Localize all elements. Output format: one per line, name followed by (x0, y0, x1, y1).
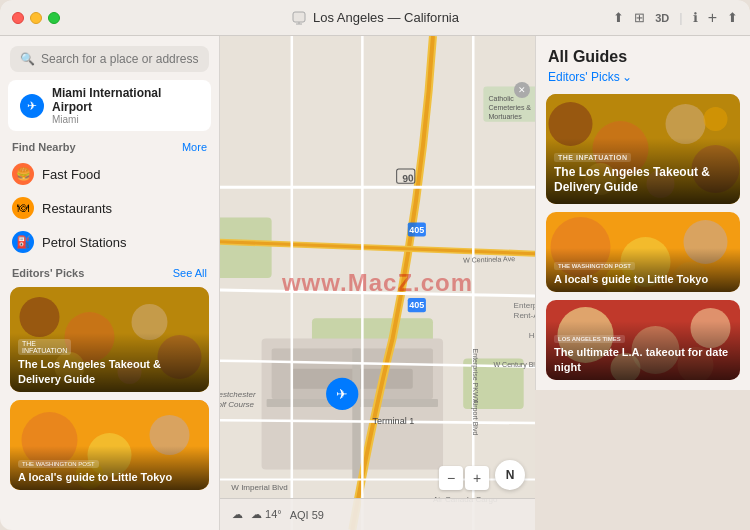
svg-text:Golf Course: Golf Course (220, 400, 255, 409)
rp-guide-3-title: The ultimate L.A. takeout for date night (554, 345, 732, 374)
right-panel-guide-1[interactable]: THE INFATUATION The Los Angeles Takeout … (546, 94, 740, 204)
recent-item-text: Miami International Airport Miami (52, 86, 199, 125)
rp-guide-2-title: A local's guide to Little Tokyo (554, 272, 732, 286)
guide-card-2-overlay: THE WASHINGTON POST A local's guide to L… (10, 446, 209, 490)
right-panel-guide-3[interactable]: LOS ANGELES TIMES The ultimate L.A. take… (546, 300, 740, 380)
right-panel-header: All Guides Editors' Picks ⌄ (536, 36, 750, 90)
window-title: Los Angeles — California (291, 10, 459, 26)
map-canvas: 90 405 405 EL REY PLAYA VISTA WESTCHESTE… (220, 36, 535, 530)
share-icon[interactable]: ⬆ (727, 10, 738, 25)
close-button[interactable] (12, 12, 24, 24)
minimize-button[interactable] (30, 12, 42, 24)
grid-icon[interactable]: ⊞ (634, 10, 645, 25)
guide-1-title: The Los Angeles Takeout & Delivery Guide (18, 357, 201, 386)
svg-text:Catholic: Catholic (488, 95, 514, 102)
guide-2-source-logo: THE WASHINGTON POST (18, 460, 99, 468)
svg-text:✈: ✈ (336, 386, 348, 402)
svg-text:Cemeteries &: Cemeteries & (488, 104, 531, 111)
svg-text:90: 90 (402, 172, 415, 184)
zoom-in-button[interactable]: + (465, 466, 489, 490)
recent-item-sub: Miami (52, 114, 199, 125)
nearby-label-restaurants: Restaurants (42, 201, 112, 216)
temperature: ☁ 14° (251, 508, 282, 521)
fast-food-icon: 🍔 (12, 163, 34, 185)
svg-text:405: 405 (409, 300, 424, 310)
location-icon: ✈ (20, 94, 44, 118)
add-icon[interactable]: + (708, 9, 717, 27)
nearby-item-fast-food[interactable]: 🍔 Fast Food (0, 157, 219, 191)
search-icon: 🔍 (20, 52, 35, 66)
restaurants-icon: 🍽 (12, 197, 34, 219)
editors-picks-filter-label: Editors' Picks (548, 70, 620, 84)
editors-picks-label: Editors' Picks (12, 267, 84, 279)
chevron-icon: ⌄ (622, 70, 632, 84)
map-svg: 90 405 405 EL REY PLAYA VISTA WESTCHESTE… (220, 36, 535, 530)
svg-text:Terminal 1: Terminal 1 (372, 416, 414, 426)
titlebar: Los Angeles — California ⬆ ⊞ 3D | ℹ + ⬆ (0, 0, 750, 36)
svg-text:W Imperial Blvd: W Imperial Blvd (231, 483, 287, 492)
info-icon[interactable]: ℹ (693, 10, 698, 25)
rp-guide-1-source: THE INFATUATION (554, 153, 631, 162)
svg-point-4 (20, 297, 60, 337)
editors-picks-header: Editors' Picks See All (0, 259, 219, 283)
guide-card-1[interactable]: THEINFATUATION The Los Angeles Takeout &… (10, 287, 209, 392)
find-nearby-more[interactable]: More (182, 141, 207, 153)
map-pin-icon (291, 10, 307, 26)
zoom-out-button[interactable]: − (439, 466, 463, 490)
find-nearby-label: Find Nearby (12, 141, 76, 153)
recent-item-name: Miami International Airport (52, 86, 199, 114)
petrol-icon: ⛽ (12, 231, 34, 253)
main-layout: 🔍 ✈ Miami International Airport Miami Fi… (0, 36, 750, 530)
right-panel: All Guides Editors' Picks ⌄ (535, 36, 750, 390)
nearby-item-restaurants[interactable]: 🍽 Restaurants (0, 191, 219, 225)
svg-point-78 (704, 107, 728, 131)
sidebar: 🔍 ✈ Miami International Airport Miami Fi… (0, 36, 220, 530)
see-all-link[interactable]: See All (173, 267, 207, 279)
svg-text:Rent-A-Car: Rent-A-Car (514, 311, 535, 320)
guide-2-title: A local's guide to Little Tokyo (18, 470, 201, 484)
svg-rect-16 (220, 217, 272, 277)
map-area[interactable]: 90 405 405 EL REY PLAYA VISTA WESTCHESTE… (220, 36, 535, 530)
map-bottom-bar: ☁ ☁ 14° AQI 59 (220, 498, 535, 530)
editors-picks-filter[interactable]: Editors' Picks ⌄ (548, 70, 738, 84)
nearby-item-petrol[interactable]: ⛽ Petrol Stations (0, 225, 219, 259)
maximize-button[interactable] (48, 12, 60, 24)
aqi-label: AQI 59 (290, 509, 324, 521)
right-panel-title: All Guides (548, 48, 738, 66)
svg-rect-24 (352, 349, 360, 480)
svg-text:Westchester: Westchester (220, 390, 256, 399)
right-panel-wrapper: ✕ All Guides Editors' Picks ⌄ (535, 36, 750, 530)
search-bar[interactable]: 🔍 (10, 46, 209, 72)
right-panel-guide-2[interactable]: THE WASHINGTON POST A local's guide to L… (546, 212, 740, 292)
search-input[interactable] (41, 52, 199, 66)
svg-text:W Century Blvd: W Century Blvd (493, 361, 535, 369)
nearby-label-fast-food: Fast Food (42, 167, 101, 182)
svg-text:Mortuaries: Mortuaries (488, 113, 522, 120)
divider: | (679, 10, 682, 25)
svg-text:405: 405 (409, 225, 424, 235)
nearby-label-petrol: Petrol Stations (42, 235, 127, 250)
compass[interactable]: N (495, 460, 525, 490)
svg-rect-0 (293, 12, 305, 22)
rp-guide-3-source: LOS ANGELES TIMES (554, 335, 625, 343)
titlebar-actions: ⬆ ⊞ 3D | ℹ + ⬆ (613, 9, 738, 27)
weather-icon: ☁ (232, 508, 243, 521)
svg-text:Airport Blvd: Airport Blvd (471, 399, 479, 436)
navigate-icon[interactable]: ⬆ (613, 10, 624, 25)
right-panel-close-button[interactable]: ✕ (514, 82, 530, 98)
recent-location-item[interactable]: ✈ Miami International Airport Miami (8, 80, 211, 131)
zoom-controls: − + (439, 466, 489, 490)
guide-1-source-logo: THEINFATUATION (18, 339, 71, 355)
threed-button[interactable]: 3D (655, 12, 669, 24)
svg-text:Enterprise: Enterprise (514, 301, 535, 310)
guide-card-1-overlay: THEINFATUATION The Los Angeles Takeout &… (10, 333, 209, 392)
rp-guide-1-title: The Los Angeles Takeout & Delivery Guide (554, 165, 732, 196)
guide-card-2[interactable]: THE WASHINGTON POST A local's guide to L… (10, 400, 209, 490)
traffic-lights (12, 12, 60, 24)
find-nearby-header: Find Nearby More (0, 137, 219, 157)
svg-text:Enterprise PKWY: Enterprise PKWY (471, 349, 479, 404)
rp-guide-2-source: THE WASHINGTON POST (554, 262, 635, 270)
